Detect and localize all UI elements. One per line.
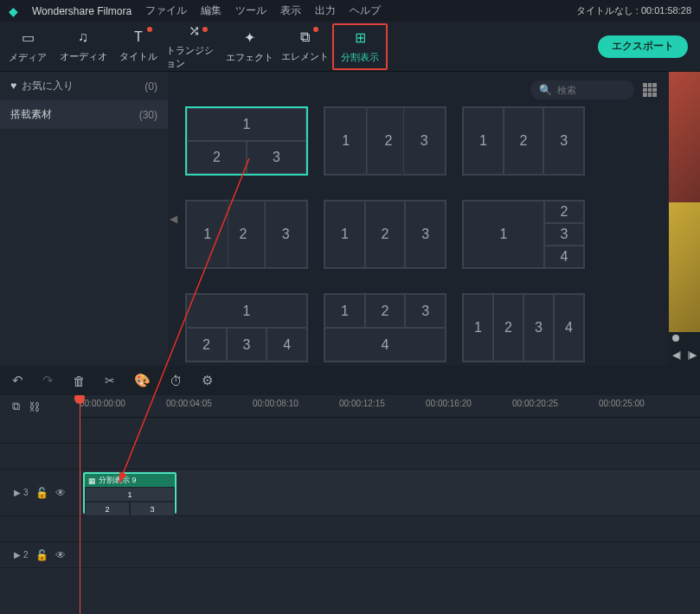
next-frame-button[interactable]: |▶ xyxy=(688,349,697,361)
main-toolbar: ▭メディア ♫オーディオ Tタイトル ⤮トランジション ✦エフェクト ⧉エレメン… xyxy=(0,22,700,72)
eye-icon[interactable]: 👁 xyxy=(55,549,66,561)
clip-icon: ▦ xyxy=(88,476,96,485)
notification-dot-icon xyxy=(202,27,208,32)
menu-edit[interactable]: 編集 xyxy=(201,3,222,18)
settings-button[interactable]: ⚙ xyxy=(202,373,213,388)
sidebar-item-presets[interactable]: 搭載素材 (30) xyxy=(0,100,168,129)
timeline: ⧉ ⛓ 00:00:00:00 00:00:04:05 00:00:08:10 … xyxy=(0,395,700,614)
time-ruler[interactable]: 00:00:00:00 00:00:04:05 00:00:08:10 00:0… xyxy=(80,395,700,418)
layout-preset-3[interactable]: 123 xyxy=(462,106,585,176)
folder-icon: ▭ xyxy=(22,29,35,46)
redo-button[interactable]: ↷ xyxy=(42,373,54,388)
search-input[interactable]: 🔍 xyxy=(530,80,634,99)
timeline-clip[interactable]: ▦分割表示 9 1 23 xyxy=(83,472,177,514)
app-logo-icon: ◆ xyxy=(9,4,18,18)
split-screen-icon: ⊞ xyxy=(355,29,366,46)
tab-title[interactable]: Tタイトル xyxy=(111,22,166,71)
menu-help[interactable]: ヘルプ xyxy=(350,3,381,18)
layout-preset-7[interactable]: 1 234 xyxy=(185,293,308,362)
marker-button[interactable]: ⧉ xyxy=(12,400,20,413)
tab-transition[interactable]: ⤮トランジション xyxy=(166,22,222,71)
layout-preset-2[interactable]: 123 xyxy=(324,106,446,176)
color-button[interactable]: 🎨 xyxy=(134,373,151,388)
sidebar: ♥お気に入り (0) 搭載素材 (30) xyxy=(0,72,168,366)
search-icon: 🔍 xyxy=(539,84,552,96)
timeline-tools: ↶ ↷ 🗑 ✂ 🎨 ⏱ ⚙ xyxy=(0,366,700,395)
notification-dot-icon xyxy=(147,27,152,32)
tab-element[interactable]: ⧉エレメント xyxy=(277,22,332,71)
spacer-track xyxy=(0,444,700,470)
video-track-3: ▶ 3 🔓 👁 ▦分割表示 9 1 23 xyxy=(0,470,700,516)
element-icon: ⧉ xyxy=(300,29,310,45)
undo-button[interactable]: ↶ xyxy=(12,373,23,388)
layout-preset-5[interactable]: 123 xyxy=(324,200,446,269)
layout-preset-9[interactable]: 1234 xyxy=(462,293,585,362)
effect-icon: ✦ xyxy=(244,29,255,46)
menu-view[interactable]: 表示 xyxy=(280,3,301,18)
export-button[interactable]: エクスポート xyxy=(598,35,688,58)
titlebar: ◆ Wondershare Filmora ファイル 編集 ツール 表示 出力 … xyxy=(0,0,700,22)
split-button[interactable]: ✂ xyxy=(105,374,115,387)
music-icon: ♫ xyxy=(78,29,88,45)
playhead-dot-icon[interactable] xyxy=(672,335,679,342)
layout-preset-4[interactable]: 123 xyxy=(185,200,308,269)
text-icon: T xyxy=(134,29,143,45)
layout-preset-8[interactable]: 123 4 xyxy=(324,293,446,362)
lock-icon[interactable]: 🔓 xyxy=(35,549,48,561)
track-label: ▶ 2 xyxy=(14,550,28,560)
transition-icon: ⤮ xyxy=(189,22,200,39)
tab-audio[interactable]: ♫オーディオ xyxy=(55,22,111,71)
heart-icon: ♥ xyxy=(10,80,16,92)
tab-split-screen[interactable]: ⊞分割表示 xyxy=(332,23,388,70)
eye-icon[interactable]: 👁 xyxy=(55,487,66,499)
menu-tools[interactable]: ツール xyxy=(235,3,267,18)
fx-track xyxy=(0,418,700,444)
menu-file[interactable]: ファイル xyxy=(145,3,187,18)
tab-media[interactable]: ▭メディア xyxy=(0,22,55,71)
layout-gallery: 🔍 1 23 123 123 123 123 1234 xyxy=(178,72,669,366)
speed-button[interactable]: ⏱ xyxy=(170,374,183,388)
layout-preset-6[interactable]: 1234 xyxy=(462,200,585,269)
track-label: ▶ 3 xyxy=(14,488,28,497)
app-name: Wondershare Filmora xyxy=(32,5,132,17)
grid-view-icon[interactable] xyxy=(643,83,657,97)
delete-button[interactable]: 🗑 xyxy=(73,374,86,388)
spacer-track-2 xyxy=(0,516,700,542)
layout-preset-1[interactable]: 1 23 xyxy=(185,106,308,176)
notification-dot-icon xyxy=(313,27,318,32)
playhead[interactable] xyxy=(80,395,80,614)
project-title: タイトルなし : 00:01:58:28 xyxy=(576,4,691,17)
prev-frame-button[interactable]: ◀| xyxy=(672,349,682,361)
preview-thumbnails xyxy=(669,72,700,332)
menu-output[interactable]: 出力 xyxy=(315,3,336,18)
lock-icon[interactable]: 🔓 xyxy=(35,487,48,499)
sidebar-item-favorites[interactable]: ♥お気に入り (0) xyxy=(0,72,168,100)
video-track-2: ▶ 2 🔓 👁 xyxy=(0,542,700,568)
link-button[interactable]: ⛓ xyxy=(29,400,40,413)
tab-effect[interactable]: ✦エフェクト xyxy=(222,22,277,71)
collapse-sidebar-button[interactable]: ◀ xyxy=(168,72,178,366)
